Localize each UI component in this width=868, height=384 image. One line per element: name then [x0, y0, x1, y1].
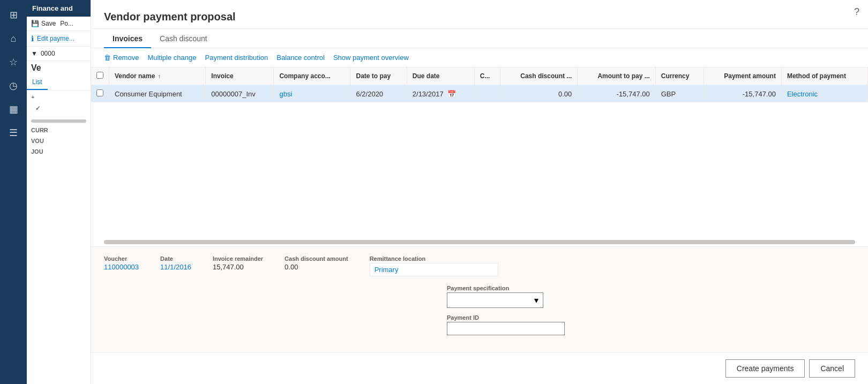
curr-label: CURR: [27, 125, 91, 135]
cell-payment-amount: -15,747.00: [704, 85, 782, 103]
edit-payment-label[interactable]: Edit payme...: [37, 35, 74, 42]
date-value[interactable]: 11/1/2016: [160, 263, 191, 271]
remittance-location-label: Remittance location: [370, 255, 498, 262]
table-container: Vendor name ↑ Invoice Company acco... Da…: [91, 67, 868, 238]
left-toolbar: 💾 Save Po...: [27, 17, 91, 31]
help-icon[interactable]: ?: [854, 6, 859, 18]
scrollbar-h[interactable]: [31, 119, 86, 123]
details-row-1: Voucher 110000003 Date 11/1/2016 Invoice…: [104, 255, 855, 276]
vou-label: VOU: [27, 135, 91, 146]
payment-distribution-button[interactable]: Payment distribution: [205, 52, 268, 63]
payment-id-input[interactable]: [447, 322, 565, 335]
payment-specification-field: Payment specification ▾: [447, 285, 565, 308]
check-icon: ✓: [35, 104, 41, 112]
row-checkbox[interactable]: [96, 89, 103, 96]
cancel-button[interactable]: Cancel: [809, 359, 855, 378]
tab-cash-discount[interactable]: Cash discount: [151, 29, 216, 48]
cash-discount-amount-label: Cash discount amount: [285, 255, 348, 262]
payment-id-field: Payment ID: [447, 314, 565, 335]
col-amount-to-pay[interactable]: Amount to pay ...: [578, 67, 655, 85]
invoice-remainder-value: 15,747.00: [213, 263, 263, 271]
info-icon: ℹ: [31, 34, 34, 43]
col-method-of-payment[interactable]: Method of payment: [781, 67, 867, 85]
invoice-remainder-label: Invoice remainder: [213, 255, 263, 262]
details-row-2: Payment specification ▾ Payment ID: [104, 285, 855, 335]
select-all-checkbox[interactable]: [96, 72, 103, 79]
remittance-location-value[interactable]: Primary: [375, 266, 399, 274]
voucher-value[interactable]: 110000003: [104, 263, 139, 271]
modal-toolbar: 🗑 Remove Multiple change Payment distrib…: [91, 48, 868, 67]
filter-label: 0000: [41, 50, 55, 57]
ve-heading: Ve: [27, 61, 91, 75]
dropdown-chevron-icon: ▾: [534, 295, 538, 305]
modal-title: Vendor payment proposal: [104, 11, 855, 23]
save-button[interactable]: 💾 Save: [31, 20, 56, 27]
save-icon: 💾: [31, 20, 39, 27]
sidebar: ⊞ ⌂ ☆ ◷ ▦ ☰: [0, 0, 27, 384]
col-due-date[interactable]: Due date: [407, 67, 474, 85]
multiple-change-button[interactable]: Multiple change: [147, 52, 196, 63]
cell-invoice: 00000007_Inv: [206, 85, 274, 103]
col-payment-amount[interactable]: Payment amount: [704, 67, 782, 85]
list-icon[interactable]: ☰: [3, 122, 24, 144]
create-payments-button[interactable]: Create payments: [725, 359, 805, 378]
cell-date-to-pay: 6/2/2020: [350, 85, 407, 103]
payment-specification-dropdown[interactable]: ▾: [447, 292, 543, 308]
col-date-to-pay[interactable]: Date to pay: [350, 67, 407, 85]
modal: ? Vendor payment proposal Invoices Cash …: [91, 0, 868, 384]
star-icon[interactable]: ☆: [3, 51, 24, 73]
payment-specification-label: Payment specification: [447, 285, 565, 291]
cell-company-acco[interactable]: gbsi: [274, 85, 350, 103]
calendar-icon[interactable]: 📅: [447, 90, 456, 98]
row-check[interactable]: [91, 85, 109, 103]
grid-icon[interactable]: ⊞: [3, 4, 24, 26]
tab-list[interactable]: List: [27, 75, 48, 90]
col-company-acco[interactable]: Company acco...: [274, 67, 350, 85]
remittance-location-field: Remittance location Primary: [370, 255, 498, 276]
modal-header: Vendor payment proposal: [91, 0, 868, 29]
left-panel: Finance and 💾 Save Po... ℹ Edit payme...…: [27, 0, 91, 384]
remove-button[interactable]: 🗑 Remove: [104, 52, 139, 63]
modal-tabs: Invoices Cash discount: [91, 29, 868, 48]
col-cash-discount[interactable]: Cash discount ...: [500, 67, 578, 85]
col-c[interactable]: C...: [474, 67, 500, 85]
grid2-icon[interactable]: ▦: [3, 99, 24, 120]
modal-footer: Create payments Cancel: [91, 352, 868, 384]
col-check[interactable]: [91, 67, 109, 85]
col-currency[interactable]: Currency: [655, 67, 704, 85]
sort-icon: ↑: [158, 73, 161, 79]
date-label: Date: [160, 255, 191, 262]
invoice-remainder-field: Invoice remainder 15,747.00: [213, 255, 263, 276]
main-content: ? Vendor payment proposal Invoices Cash …: [91, 0, 868, 384]
check-mark: ✓: [31, 102, 86, 114]
cell-vendor-name: Consumer Equipment: [109, 85, 206, 103]
clock-icon[interactable]: ◷: [3, 75, 24, 96]
details-panel: Voucher 110000003 Date 11/1/2016 Invoice…: [91, 246, 868, 352]
filter-section: ▼ 0000: [27, 47, 91, 61]
show-payment-overview-button[interactable]: Show payment overview: [333, 52, 409, 63]
balance-control-button[interactable]: Balance control: [276, 52, 325, 63]
voucher-field: Voucher 110000003: [104, 255, 139, 276]
left-panel-actions: + ✓: [27, 91, 91, 117]
add-icon: +: [31, 94, 34, 100]
table-row[interactable]: Consumer Equipment 00000007_Inv gbsi 6/2…: [91, 85, 868, 103]
cell-c: [474, 85, 500, 103]
cell-cash-discount: 0.00: [500, 85, 578, 103]
voucher-label: Voucher: [104, 255, 139, 262]
filter-icon[interactable]: ▼: [31, 50, 38, 57]
table-scrollbar-h[interactable]: [104, 240, 855, 244]
date-field: Date 11/1/2016: [160, 255, 191, 276]
jou-label: JOU: [27, 146, 91, 157]
col-vendor-name[interactable]: Vendor name ↑: [109, 67, 206, 85]
col-invoice[interactable]: Invoice: [206, 67, 274, 85]
tab-invoices[interactable]: Invoices: [104, 29, 151, 48]
add-button[interactable]: +: [31, 94, 86, 100]
payment-id-label: Payment ID: [447, 314, 565, 321]
post-label: Po...: [60, 20, 73, 27]
cell-method-of-payment[interactable]: Electronic: [781, 85, 867, 103]
remove-icon: 🗑: [104, 54, 111, 62]
cell-amount-to-pay: -15,747.00: [578, 85, 655, 103]
cash-discount-amount-value: 0.00: [285, 263, 348, 271]
home-icon[interactable]: ⌂: [3, 28, 24, 49]
cash-discount-amount-field: Cash discount amount 0.00: [285, 255, 348, 276]
